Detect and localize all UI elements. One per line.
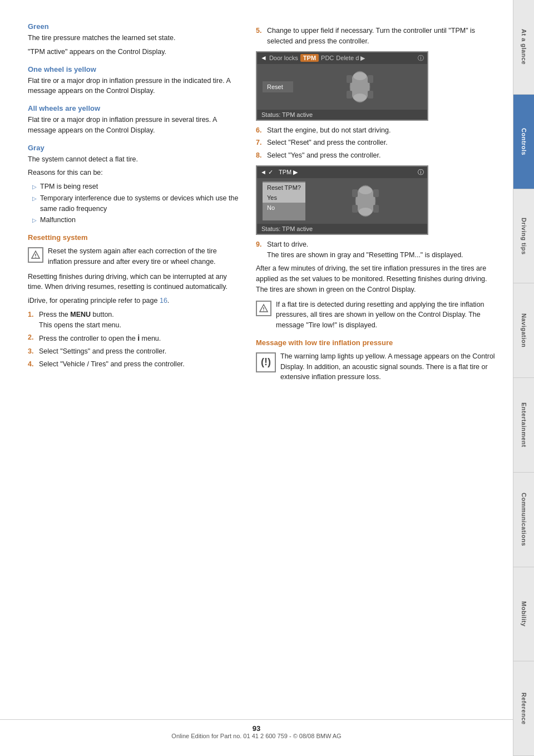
info-icon2: ⓘ bbox=[418, 168, 424, 176]
screen1-body: Reset bbox=[257, 64, 427, 110]
page-link[interactable]: 16 bbox=[160, 297, 167, 305]
sidebar-tab-driving-tips[interactable]: Driving tips bbox=[513, 189, 534, 284]
warning-icon-box: (!) bbox=[256, 352, 276, 372]
note2-box: If a flat tire is detected during resett… bbox=[256, 300, 496, 331]
nav-arrow-left: ◄ bbox=[260, 54, 267, 62]
sidebar-tab-mobility[interactable]: Mobility bbox=[513, 567, 534, 662]
reset-label: Reset bbox=[267, 84, 283, 90]
screen1-status: Status: TPM active bbox=[257, 110, 427, 120]
step-4-text: Select "Vehicle / Tires" and press the c… bbox=[39, 359, 185, 370]
step-3: 3. Select "Settings" and press the contr… bbox=[28, 346, 239, 357]
svg-point-19 bbox=[263, 310, 264, 311]
car-area2 bbox=[310, 181, 422, 220]
menu-no-option: No bbox=[263, 203, 305, 213]
step-8: 8. Select "Yes" and press the controller… bbox=[256, 150, 496, 161]
one-wheel-heading: One wheel is yellow bbox=[28, 65, 239, 73]
sidebar-tab-at-a-glance[interactable]: At a glance bbox=[513, 0, 534, 95]
all-wheels-text: Flat tire or a major drop in inflation p… bbox=[28, 115, 239, 136]
page-number: 93 bbox=[253, 724, 260, 733]
triangle-icon2 bbox=[259, 303, 269, 313]
all-wheels-heading: All wheels are yellow bbox=[28, 104, 239, 112]
main-content: Green The tire pressure matches the lear… bbox=[0, 0, 513, 409]
door-locks-label: Door locks bbox=[269, 55, 298, 61]
step-7: 7. Select "Reset" and press the controll… bbox=[256, 138, 496, 148]
green-heading: Green bbox=[28, 22, 239, 31]
sidebar-tab-controls[interactable]: Controls bbox=[513, 95, 534, 189]
page-footer: 93 Online Edition for Part no. 01 41 2 6… bbox=[0, 719, 513, 739]
tpm-badge: TPM bbox=[300, 54, 319, 62]
triangle-icon bbox=[31, 250, 41, 260]
step-5-text: Change to upper field if necessary. Turn… bbox=[267, 26, 496, 47]
svg-rect-15 bbox=[352, 205, 358, 213]
sidebar-tab-navigation[interactable]: Navigation bbox=[513, 283, 534, 378]
green-text2: "TPM active" appears on the Control Disp… bbox=[28, 47, 239, 57]
step-1: 1. Press the MENU button.This opens the … bbox=[28, 310, 239, 331]
step-3-num: 3. bbox=[28, 346, 36, 357]
low-pressure-heading: Message with low tire inflation pressure bbox=[256, 338, 496, 347]
gray-bullets: TPM is being reset Temporary interferenc… bbox=[28, 181, 239, 225]
steps-list: 1. Press the MENU button.This opens the … bbox=[28, 310, 239, 370]
menu-yes: Reset TPM? bbox=[263, 183, 305, 193]
reset-panel: Reset bbox=[263, 81, 293, 92]
car-area bbox=[298, 67, 422, 106]
resetting-text1: Resetting finishes during driving, which… bbox=[28, 272, 239, 293]
warning-text: The warning lamp lights up yellow. A mes… bbox=[280, 351, 496, 382]
sidebar-tab-entertainment[interactable]: Entertainment bbox=[513, 378, 534, 473]
step-5-num: 5. bbox=[256, 26, 264, 36]
bullet-malfunction: Malfunction bbox=[28, 215, 239, 225]
svg-point-2 bbox=[35, 257, 36, 258]
svg-rect-13 bbox=[352, 189, 358, 197]
step-2-num: 2. bbox=[28, 332, 36, 343]
screen2-body: Reset TPM? Yes No bbox=[257, 178, 427, 224]
sidebar-tab-communications[interactable]: Communications bbox=[513, 473, 534, 567]
step-1-num: 1. bbox=[28, 310, 36, 320]
svg-point-11 bbox=[359, 186, 372, 194]
delete-label: Delete d ▶ bbox=[336, 55, 365, 62]
left-column: Green The tire pressure matches the lear… bbox=[28, 22, 239, 387]
screen-tpm-active: ◄ Door locks TPM PDC Delete d ▶ ⓘ Reset bbox=[256, 51, 428, 121]
step-4-num: 4. bbox=[28, 359, 36, 370]
bullet-interference: Temporary interference due to systems or… bbox=[28, 193, 239, 214]
step-2-text: Press the controller to open the i menu. bbox=[39, 332, 161, 344]
screen1-topbar: ◄ Door locks TPM PDC Delete d ▶ ⓘ bbox=[257, 52, 427, 64]
step-9-text: Start to drive. The tires are shown in g… bbox=[267, 239, 463, 261]
step-9-list: 9. Start to drive. The tires are shown i… bbox=[256, 239, 496, 261]
steps-6-8: 6. Start the engine, but do not start dr… bbox=[256, 125, 496, 161]
right-steps-list: 5. Change to upper field if necessary. T… bbox=[256, 26, 496, 47]
step-9: 9. Start to drive. The tires are shown i… bbox=[256, 239, 496, 261]
menu-yes-option: Yes bbox=[263, 193, 305, 203]
nav-arrow-left2: ◄ ✓ bbox=[260, 169, 273, 176]
screen-reset-dialog: ◄ ✓ TPM ▶ ⓘ Reset TPM? Yes No bbox=[256, 165, 428, 235]
note-icon2 bbox=[256, 301, 271, 316]
screen2-topbar: ◄ ✓ TPM ▶ ⓘ bbox=[257, 166, 427, 178]
svg-point-4 bbox=[353, 72, 367, 80]
bullet-tpm-reset: TPM is being reset bbox=[28, 181, 239, 192]
warning-icon: (!) bbox=[261, 355, 271, 370]
one-wheel-text: Flat tire or a major drop in inflation p… bbox=[28, 76, 239, 97]
screen2-status: Status: TPM active bbox=[257, 224, 427, 234]
svg-point-12 bbox=[359, 208, 372, 215]
svg-rect-8 bbox=[347, 91, 352, 99]
svg-point-5 bbox=[353, 94, 367, 101]
info-icon: ⓘ bbox=[418, 54, 424, 62]
step-6: 6. Start the engine, but do not start dr… bbox=[256, 125, 496, 136]
note-icon bbox=[28, 247, 43, 263]
gray-heading: Gray bbox=[28, 144, 239, 152]
svg-rect-7 bbox=[368, 75, 373, 83]
dialog-menu: Reset TPM? Yes No bbox=[263, 181, 305, 220]
footer-text: Online Edition for Part no. 01 41 2 600 … bbox=[171, 733, 341, 739]
resetting-note-text: Reset the system again after each correc… bbox=[48, 246, 239, 267]
right-column: 5. Change to upper field if necessary. T… bbox=[256, 22, 496, 387]
step-4: 4. Select "Vehicle / Tires" and press th… bbox=[28, 359, 239, 370]
sidebar-tab-reference[interactable]: Reference bbox=[513, 661, 534, 756]
resetting-note: Reset the system again after each correc… bbox=[28, 246, 239, 267]
step-1-text: Press the MENU button.This opens the sta… bbox=[39, 310, 121, 331]
pdc-label: PDC bbox=[321, 55, 334, 61]
step-5: 5. Change to upper field if necessary. T… bbox=[256, 26, 496, 47]
svg-rect-6 bbox=[347, 75, 352, 83]
sidebar: At a glance Controls Driving tips Naviga… bbox=[513, 0, 534, 756]
car-top-view2 bbox=[343, 181, 388, 220]
after-text: After a few minutes of driving, the set … bbox=[256, 263, 496, 294]
svg-rect-16 bbox=[373, 205, 379, 213]
car-top-view bbox=[338, 67, 382, 106]
